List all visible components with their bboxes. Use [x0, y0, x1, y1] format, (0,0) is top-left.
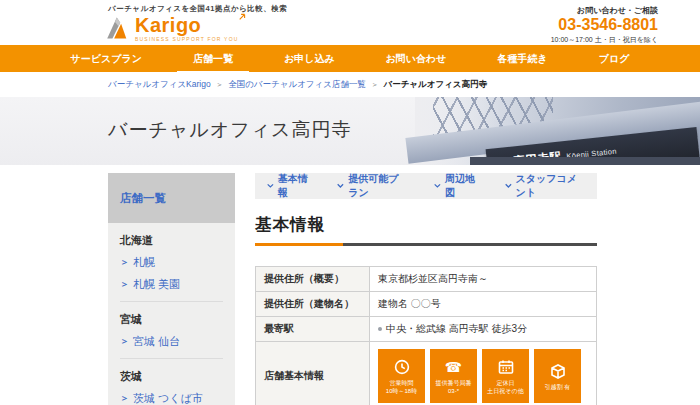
sidebar-link-label: 宮城 仙台: [133, 334, 180, 349]
row-value-address-summary: 東京都杉並区高円寺南～: [370, 267, 597, 292]
box-icon: [550, 363, 566, 379]
station-photo: JR 高円寺駅 Kōenji Station: [415, 97, 700, 165]
anchor-label: 基本情報: [278, 172, 312, 200]
row-value-store-basic-info: 営業時間10時～18時 ☎ 提供番号局番03-* 定休日土日祝その他: [370, 342, 597, 405]
sidebar-item-sapporo[interactable]: ＞ 札幌: [120, 255, 223, 270]
badge-business-hours: 営業時間10時～18時: [378, 349, 425, 403]
chevron-right-icon: ＞: [120, 256, 129, 269]
sidebar-region-hokkaido: 北海道: [120, 233, 223, 248]
chevron-down-icon: [337, 183, 344, 189]
nav-item-service-plan[interactable]: サービスプラン: [69, 52, 144, 66]
nav-item-contact[interactable]: お問い合わせ: [384, 52, 449, 66]
chevron-down-icon: [505, 183, 512, 189]
badge-phone-area-code: ☎ 提供番号局番03-*: [430, 349, 477, 403]
main-nav: サービスプラン 店舗一覧 お申し込み お問い合わせ 各種手続き ブログ: [0, 45, 700, 72]
chevron-down-icon: [434, 183, 441, 189]
business-hours: 10:00～17:00 土・日・祝日を除く: [551, 35, 658, 45]
breadcrumb-current: バーチャルオフィス高円寺: [383, 79, 487, 91]
anchor-label: 周辺地図: [445, 172, 479, 200]
breadcrumb-separator: ＞: [216, 80, 224, 90]
row-label-nearest-station: 最寄駅: [256, 317, 370, 342]
anchor-label: スタッフコメント: [516, 172, 586, 200]
nav-item-store-list[interactable]: 店舗一覧: [191, 52, 235, 66]
badge-moving-discount: 引越割 有: [534, 349, 581, 403]
station-facade-decoration: [470, 157, 700, 165]
table-row: 提供住所（概要） 東京都杉並区高円寺南～: [256, 267, 597, 292]
nav-item-apply[interactable]: お申し込み: [282, 52, 337, 66]
row-label-building-name: 提供住所（建物名）: [256, 292, 370, 317]
anchor-available-plans[interactable]: 提供可能プラン: [337, 172, 408, 200]
sidebar-region-miyagi: 宮城: [120, 312, 223, 327]
table-row: 店舗基本情報 営業時間10時～18時 ☎ 提供番号局番03-*: [256, 342, 597, 405]
chevron-right-icon: ＞: [120, 392, 129, 405]
table-row: 最寄駅 中央・総武線 高円寺駅 徒歩3分: [256, 317, 597, 342]
main-content: 基本情報 提供可能プラン 周辺地図 スタッフコメント 基本情報 提供住所（概要）…: [255, 173, 597, 405]
sidebar-item-miyagi-sendai[interactable]: ＞ 宮城 仙台: [120, 334, 223, 349]
logo-arrow-icon: [239, 13, 246, 20]
page-title: バーチャルオフィス高円寺: [108, 117, 352, 143]
row-label-store-basic-info: 店舗基本情報: [256, 342, 370, 405]
logo-subtitle: BUSINESS SUPPORT FOR YOU: [135, 36, 239, 42]
sidebar-link-label: 茨城 つくば市: [133, 391, 203, 405]
section-anchor-bar: 基本情報 提供可能プラン 周辺地図 スタッフコメント: [255, 173, 597, 199]
sidebar-title: 店舗一覧: [108, 173, 235, 223]
clock-icon: [394, 359, 410, 375]
chevron-right-icon: ＞: [120, 335, 129, 348]
chevron-right-icon: ＞: [120, 278, 129, 291]
site-header: バーチャルオフィスを全国41拠点から比較、検索 Karigo BUSINESS …: [0, 0, 700, 45]
table-row: 提供住所（建物名） 建物名 〇〇号: [256, 292, 597, 317]
logo-wordmark: Karigo: [135, 15, 239, 35]
breadcrumb: バーチャルオフィスKarigo ＞ 全国のバーチャルオフィス店舗一覧 ＞ バーチ…: [108, 79, 700, 91]
row-value-nearest-station: 中央・総武線 高円寺駅 徒歩3分: [370, 317, 597, 342]
anchor-basic-info[interactable]: 基本情報: [267, 172, 311, 200]
logo-link[interactable]: Karigo BUSINESS SUPPORT FOR YOU: [105, 15, 287, 42]
breadcrumb-separator: ＞: [371, 80, 379, 90]
site-tagline: バーチャルオフィスを全国41拠点から比較、検索: [108, 4, 287, 14]
row-label-address-summary: 提供住所（概要）: [256, 267, 370, 292]
hero-banner: JR 高円寺駅 Kōenji Station バーチャルオフィス高円寺: [0, 97, 700, 165]
section-title-underline: [255, 243, 597, 246]
phone-number-link[interactable]: 03-3546-8801: [551, 16, 658, 34]
phone-icon: ☎: [445, 360, 462, 374]
nav-item-procedures[interactable]: 各種手続き: [496, 52, 550, 66]
sidebar-link-label: 札幌 美園: [133, 277, 180, 292]
sidebar-item-sapporo-misono[interactable]: ＞ 札幌 美園: [120, 277, 223, 292]
nav-item-blog[interactable]: ブログ: [597, 52, 632, 66]
sidebar-region-ibaraki: 茨城: [120, 369, 223, 384]
store-list-sidebar: 店舗一覧 北海道 ＞ 札幌 ＞ 札幌 美園 宮城 ＞ 宮城 仙台: [108, 173, 235, 405]
calendar-icon: [498, 359, 514, 375]
contact-label: お問い合わせ・ご相談: [551, 5, 658, 16]
badge-closed-days: 定休日土日祝その他: [482, 349, 529, 403]
karigo-logo-icon: [105, 15, 132, 41]
breadcrumb-home[interactable]: バーチャルオフィスKarigo: [108, 79, 211, 91]
sidebar-link-label: 札幌: [133, 255, 155, 270]
anchor-area-map[interactable]: 周辺地図: [434, 172, 478, 200]
sidebar-item-ibaraki-tsukuba[interactable]: ＞ 茨城 つくば市: [120, 391, 223, 405]
chevron-down-icon: [267, 183, 274, 189]
section-title-basic-info: 基本情報: [255, 214, 597, 236]
basic-info-table: 提供住所（概要） 東京都杉並区高円寺南～ 提供住所（建物名） 建物名 〇〇号 最…: [255, 266, 597, 405]
anchor-label: 提供可能プラン: [348, 172, 408, 200]
anchor-staff-comment[interactable]: スタッフコメント: [505, 172, 585, 200]
row-value-building-name: 建物名 〇〇号: [370, 292, 597, 317]
breadcrumb-store-list[interactable]: 全国のバーチャルオフィス店舗一覧: [228, 79, 366, 91]
bullet-icon: [378, 327, 382, 331]
